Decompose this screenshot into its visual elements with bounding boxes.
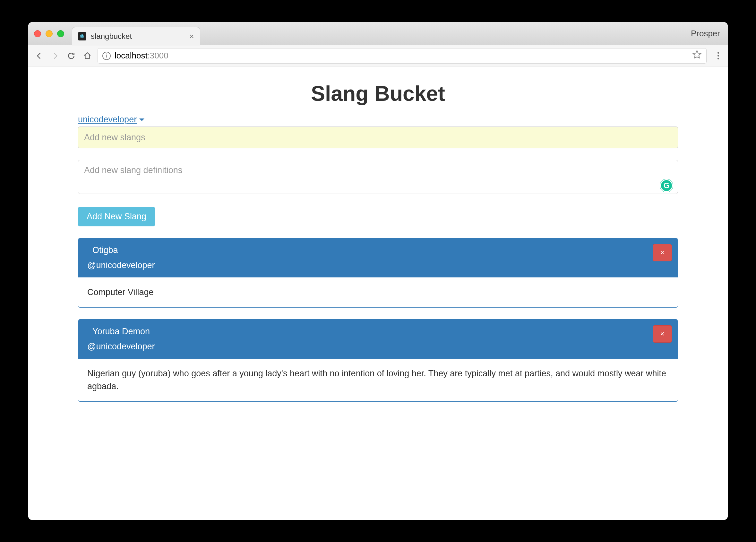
home-button[interactable] (82, 50, 93, 62)
tab-title: slangbucket (91, 32, 189, 41)
url-port: :3000 (148, 51, 168, 61)
window-controls (34, 30, 64, 37)
browser-menu-button[interactable] (714, 52, 723, 59)
browser-toolbar: i localhost:3000 (28, 45, 728, 66)
slang-title: Otigba (92, 245, 669, 255)
url-host: localhost (115, 51, 148, 61)
user-dropdown-link[interactable]: unicodeveloper (78, 115, 144, 125)
caret-down-icon (139, 118, 144, 121)
browser-titlebar: ⚛ slangbucket × Prosper (28, 22, 728, 45)
page-title: Slang Bucket (78, 81, 678, 106)
slang-input[interactable] (78, 126, 678, 148)
profile-name[interactable]: Prosper (691, 29, 720, 39)
slang-title: Yoruba Demon (92, 327, 669, 337)
forward-button[interactable] (49, 50, 61, 62)
browser-window: ⚛ slangbucket × Prosper i localhost:3000 (28, 22, 728, 520)
slang-definition: Nigerian guy (yoruba) who goes after a y… (78, 359, 678, 401)
close-icon: × (660, 330, 665, 338)
user-link-label: unicodeveloper (78, 115, 137, 125)
address-bar[interactable]: i localhost:3000 (98, 48, 707, 64)
slang-card-header: Otigba @unicodeveloper × (78, 238, 678, 278)
browser-tab[interactable]: ⚛ slangbucket × (72, 27, 200, 46)
delete-slang-button[interactable]: × (653, 325, 672, 343)
add-slang-button[interactable]: Add New Slang (78, 207, 155, 226)
window-close-button[interactable] (34, 30, 41, 37)
slang-author: @unicodeveloper (87, 342, 669, 352)
slang-card: Yoruba Demon @unicodeveloper × Nigerian … (78, 319, 678, 402)
slang-card-header: Yoruba Demon @unicodeveloper × (78, 320, 678, 359)
definition-wrap: G (78, 148, 678, 195)
slang-author: @unicodeveloper (87, 260, 669, 270)
slang-definition: Computer Village (78, 278, 678, 307)
slang-card: Otigba @unicodeveloper × Computer Villag… (78, 238, 678, 308)
delete-slang-button[interactable]: × (653, 244, 672, 261)
close-icon: × (660, 248, 665, 257)
grammarly-icon[interactable]: G (660, 179, 673, 192)
site-info-icon[interactable]: i (102, 52, 111, 60)
tab-close-button[interactable]: × (189, 31, 194, 41)
window-maximize-button[interactable] (57, 30, 64, 37)
reload-button[interactable] (65, 50, 77, 62)
definition-textarea[interactable] (78, 160, 678, 194)
bookmark-star-icon[interactable] (692, 50, 702, 62)
back-button[interactable] (33, 50, 45, 62)
page-container: Slang Bucket unicodeveloper G Add New Sl… (78, 81, 678, 402)
react-favicon-icon: ⚛ (78, 32, 86, 40)
window-minimize-button[interactable] (46, 30, 53, 37)
page-viewport: Slang Bucket unicodeveloper G Add New Sl… (28, 66, 728, 520)
